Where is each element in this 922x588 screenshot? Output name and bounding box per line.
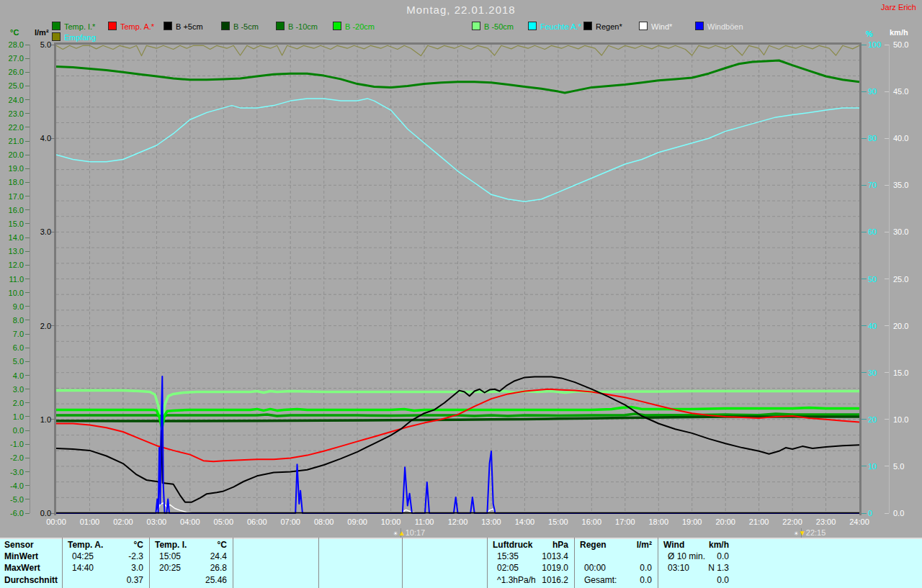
c-axis-tick	[25, 99, 30, 100]
pct-axis-tick	[861, 45, 867, 45]
stats-column-unit: km/h	[658, 540, 729, 550]
c-axis-tick-label: 8.0	[0, 316, 24, 325]
kmh-axis-rail	[889, 45, 890, 513]
c-axis-tick	[25, 444, 30, 445]
author-watermark: Jarz Erich	[881, 3, 916, 12]
c-axis-tick-label: 18.0	[0, 178, 24, 186]
x-axis-tick-label: 03:00	[140, 517, 173, 526]
pct-axis-tick	[861, 232, 867, 232]
x-axis-tick-label: 02:00	[107, 517, 140, 526]
stats-cell-value: 3.0	[62, 563, 143, 573]
kmh-axis-tick-label: 10.0	[893, 415, 919, 424]
x-axis-tick-label: 16:00	[575, 517, 608, 526]
x-axis-tick-label: 07:00	[274, 517, 307, 526]
c-axis-tick-label: -5.0	[0, 495, 24, 504]
kmh-axis-tick	[885, 466, 889, 466]
pct-axis-tick	[861, 466, 867, 466]
c-axis-tick-label: 11.0	[0, 275, 24, 284]
stats-cell-value: 0.0	[574, 563, 652, 573]
legend-item-b-5cm: B -5cm	[221, 22, 259, 31]
legend-swatch-icon	[639, 22, 648, 30]
x-axis-tick-label: 08:00	[308, 517, 341, 526]
c-axis-tick	[25, 265, 30, 266]
stats-cell-value: 0.0	[574, 575, 652, 585]
x-axis-tick-label: 22:00	[776, 517, 809, 526]
legend-swatch-icon	[333, 22, 341, 30]
legend-swatch-icon	[164, 22, 172, 30]
c-axis-tick-label: 22.0	[0, 123, 24, 132]
daylight-marker-icon: ☀	[393, 530, 398, 537]
kmh-axis-tick-label: 20.0	[893, 322, 919, 330]
daylight-marker-icon: ☀	[794, 530, 799, 537]
c-axis-tick-label: 23.0	[0, 109, 24, 118]
c-axis-tick-label: 6.0	[0, 343, 24, 352]
c-axis-tick-label: 5.0	[0, 357, 24, 366]
stats-column-unit: l/m²	[574, 540, 652, 550]
x-axis-tick-label: 17:00	[609, 517, 642, 526]
c-axis-tick-label: 10.0	[0, 289, 24, 297]
legend-item-temp-a-: Temp. A.*	[108, 22, 154, 31]
c-axis-tick-label: 1.0	[0, 412, 24, 421]
c-axis-tick-label: 13.0	[0, 247, 24, 255]
celsius-axis-unit: °C	[10, 28, 19, 37]
x-axis-tick-label: 01:00	[73, 517, 106, 526]
marker-time-label: 22:15	[806, 528, 826, 537]
lm2-axis-tick-label: 2.0	[27, 322, 51, 330]
legend-label: B -10cm	[288, 22, 318, 31]
stats-cell-value: 24.4	[149, 551, 227, 561]
c-axis-tick-label: -4.0	[0, 481, 24, 490]
lm2-axis-unit: l/m²	[35, 28, 49, 37]
kmh-axis-tick-label: 35.0	[893, 181, 919, 189]
stats-cell-value: 0.37	[62, 575, 143, 585]
stats-row-label: Durchschnitt	[4, 575, 58, 585]
legend-swatch-icon	[472, 22, 480, 30]
c-axis-tick-label: 15.0	[0, 220, 24, 228]
stats-cell-value: 0.0	[658, 575, 729, 585]
x-axis-tick-label: 12:00	[442, 517, 475, 526]
c-axis-tick	[25, 292, 30, 293]
legend-item-b-20cm: B -20cm	[333, 22, 375, 31]
lm2-axis-tick	[51, 513, 55, 514]
legend-label: B -50cm	[484, 22, 514, 31]
lm2-axis-tick-label: 4.0	[27, 134, 51, 143]
weather-chart	[56, 45, 859, 515]
stats-row-label: MinWert	[4, 551, 38, 561]
c-axis-tick	[25, 72, 30, 73]
legend-item-feuchte-a-: Feuchte A.*	[528, 22, 581, 31]
kmh-axis-tick	[885, 513, 889, 514]
legend-swatch-icon	[221, 22, 230, 30]
c-axis-tick	[25, 182, 30, 183]
kmh-axis-tick-label: 45.0	[893, 87, 919, 96]
c-axis-tick-label: 25.0	[0, 81, 24, 90]
c-axis-tick-label: 12.0	[0, 261, 24, 269]
time-marker: ☀▼22:15	[794, 528, 826, 537]
c-axis-tick-label: 7.0	[0, 330, 24, 338]
stats-cell-value: -2.3	[62, 551, 143, 561]
time-marker: ☀▲10:17	[393, 528, 426, 537]
c-axis-tick-label: 14.0	[0, 233, 24, 242]
stats-cell-value: 1013.4	[487, 551, 568, 561]
kmh-axis-tick-label: 0.0	[893, 509, 919, 517]
kmh-axis-tick	[885, 138, 889, 139]
stats-column-unit: °C	[149, 540, 227, 550]
c-axis-tick-label: -2.0	[0, 453, 24, 462]
marker-down-icon: ▼	[799, 529, 806, 537]
legend-swatch-icon	[52, 32, 61, 41]
x-axis-tick-label: 20:00	[709, 517, 742, 526]
pct-axis-tick	[861, 279, 867, 279]
legend-label: Empfang	[64, 33, 96, 42]
c-axis-tick	[25, 499, 30, 499]
x-axis-tick-label: 04:00	[174, 517, 207, 526]
c-axis-tick-label: 3.0	[0, 385, 24, 394]
kmh-axis-tick-label: 30.0	[893, 227, 919, 236]
c-axis-tick-label: 27.0	[0, 54, 24, 63]
legend-label: Feuchte A.*	[540, 22, 581, 31]
legend-swatch-icon	[52, 22, 61, 30]
c-axis-tick-label: 16.0	[0, 206, 24, 214]
x-axis-tick-label: 24:00	[843, 517, 876, 526]
x-axis-tick-label: 09:00	[341, 517, 374, 526]
legend-swatch-icon	[695, 22, 704, 30]
c-axis-tick-label: 19.0	[0, 164, 24, 173]
x-axis-tick-label: 15:00	[542, 517, 575, 526]
marker-time-label: 10:17	[406, 528, 426, 537]
